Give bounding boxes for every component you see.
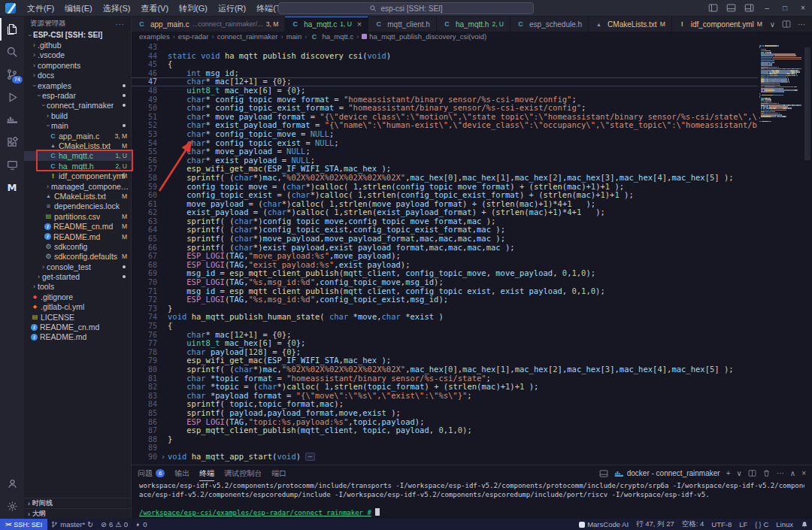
terminal-profile[interactable]: docker - connect_rainmaker [614, 469, 720, 477]
tree-item-app-main-c[interactable]: Capp_main.c3, M [24, 131, 131, 141]
section-item[interactable]: ›大纲 [24, 508, 131, 519]
code-editor[interactable]: 4344static void ha_mqtt_publish_discover… [132, 41, 812, 465]
terminal-dropdown-icon[interactable]: ∨ [737, 469, 742, 477]
tree-item-esp-csi-ssh-sei[interactable]: ›ESP-CSI [SSH: SEI] [24, 30, 131, 40]
section-item[interactable]: ›时间线 [24, 498, 131, 508]
breadcrumb-item-ha-mqtt-c[interactable]: Cha_mqtt.c [310, 32, 353, 41]
activity-search-icon[interactable] [0, 41, 24, 63]
tree-item-sdkconfig-defaults[interactable]: ⚙sdkconfig.defaultsM [24, 252, 131, 262]
tab-ha-mqtt-h[interactable]: Cha_mqtt.h2, U [437, 17, 511, 32]
tree-item-github[interactable]: ›.github [24, 40, 131, 50]
toggle-panel-icon[interactable] [722, 0, 740, 17]
tree-item-get-started[interactable]: ›get-started [24, 271, 131, 281]
tab-esp-schedule-h[interactable]: Cesp_schedule.h [511, 17, 589, 32]
tree-item-tools[interactable]: ›tools [24, 282, 131, 292]
split-terminal-icon[interactable] [748, 469, 756, 477]
tree-item-gitlab-ci-yml[interactable]: ◆.gitlab-ci.yml [24, 302, 131, 312]
terminal-content[interactable]: workspace/esp-idf-v5.2/components/protoc… [132, 481, 812, 519]
activity-source-control-icon[interactable]: 74 [0, 63, 24, 86]
tree-item-cmakelists-txt[interactable]: ▲CMakeLists.txtM [24, 191, 131, 201]
marscode-ai-status[interactable]: MarsCode AI [575, 519, 632, 530]
editor-scrollbar[interactable] [803, 41, 812, 465]
remote-indicator[interactable]: >< SSH: SEI [0, 519, 47, 530]
git-branch[interactable]: master* ↻ [47, 519, 97, 530]
tab-ha-mqtt-c[interactable]: Cha_mqtt.c1, U× [285, 17, 368, 32]
activity-account-icon[interactable] [0, 472, 24, 495]
activity-marscode-icon[interactable]: M [0, 176, 24, 198]
command-center-search[interactable]: esp-csi [SSH: SEI] [278, 2, 534, 14]
menu-s[interactable]: 选择(S) [98, 0, 136, 17]
tree-item-idf-component-yml[interactable]: !idf_component.ymlM [24, 171, 131, 180]
tree-item-connect-rainmaker[interactable]: ›connect_rainmaker [24, 101, 131, 111]
tab-app-main-c[interactable]: Capp_main.c...connect_rainmaker/...3, M [132, 17, 285, 32]
close-button[interactable]: × [794, 0, 812, 17]
kill-terminal-icon[interactable] [762, 469, 771, 477]
problems-status[interactable]: ⊘6 ⚠0 [97, 519, 132, 530]
tree-item-partitions-csv[interactable]: ▤partitions.csvM [24, 211, 131, 221]
menu-e[interactable]: 编辑(E) [59, 0, 98, 17]
fold-icon[interactable]: › [161, 453, 165, 462]
menu-v[interactable]: 查看(V) [135, 0, 174, 17]
tree-item-dependencies-lock[interactable]: ≡dependencies.lock [24, 201, 131, 211]
tree-item-ha-mqtt-h[interactable]: Cha_mqtt.h2, U [24, 161, 131, 171]
menu-r[interactable]: 运行(R) [213, 0, 251, 17]
breadcrumb-item-ha-mqtt-publish-discovery-csi-void[interactable]: ha_mqtt_publish_discovery_csi(void) [362, 32, 486, 41]
tree-item-managed-components[interactable]: ›managed_components [24, 181, 131, 191]
tree-item-readme-md[interactable]: iREADME.md [24, 332, 131, 342]
breadcrumb-item-main[interactable]: main [286, 32, 302, 41]
activity-docker-icon[interactable] [0, 108, 24, 131]
tree-item-examples[interactable]: ›examples [24, 80, 131, 90]
tree-item-esp-radar[interactable]: ›esp-radar [24, 90, 131, 100]
split-editor-icon[interactable] [782, 20, 791, 29]
cursor-position[interactable]: 行 47, 列 27 [632, 519, 678, 530]
tree-item-readme-md[interactable]: iREADME.mdM [24, 232, 131, 241]
explorer-more-actions-icon[interactable]: ··· [116, 20, 126, 28]
panel-more-actions-icon[interactable]: ··· [777, 469, 784, 477]
menu-g[interactable]: 转到(G) [174, 0, 213, 17]
customize-layout-icon[interactable] [740, 0, 758, 17]
encoding[interactable]: UTF-8 [707, 519, 735, 530]
panel-tab-item[interactable]: 端口 [271, 465, 286, 481]
activity-settings-icon[interactable] [0, 495, 24, 517]
panel-tab-item[interactable]: 终端 [199, 465, 214, 481]
menu-f[interactable]: 文件(F) [22, 0, 59, 17]
os-indicator[interactable]: Linux [772, 519, 797, 530]
close-panel-icon[interactable]: × [801, 469, 806, 477]
breadcrumb-item-esp-radar[interactable]: esp-radar [178, 32, 209, 41]
panel-tab-item[interactable]: 问题6 [138, 465, 165, 481]
tree-item-ha-mqtt-c[interactable]: Cha_mqtt.c1, U [24, 151, 131, 161]
tree-item-license[interactable]: ▤LICENSE [24, 312, 131, 322]
tree-item-build[interactable]: ›build [24, 111, 131, 120]
tab-cmakelists-txt[interactable]: ▲CMakeLists.txtM [589, 17, 672, 32]
minimize-button[interactable]: – [758, 0, 776, 17]
close-tab-icon[interactable]: × [357, 20, 362, 29]
activity-run-debug-icon[interactable] [0, 86, 24, 108]
tree-item-sdkconfig[interactable]: ⚙sdkconfig [24, 241, 131, 251]
tree-item-docs[interactable]: ›docs [24, 71, 131, 80]
language-mode[interactable]: { }C [751, 519, 772, 530]
maximize-panel-icon[interactable]: ∧ [790, 469, 795, 477]
tree-item-cmakelists-txt[interactable]: ▲CMakeLists.txtM [24, 141, 131, 150]
tree-item-readme-cn-md[interactable]: iREADME_cn.md [24, 322, 131, 332]
tab-idf-component-yml[interactable]: !idf_component.ymlM [672, 17, 763, 32]
tree-item-console-test[interactable]: ›console_test [24, 262, 131, 271]
indentation[interactable]: 空格: 4 [678, 519, 708, 530]
panel-layout-icon[interactable] [599, 469, 608, 478]
panel-tab-item[interactable]: 调试控制台 [224, 465, 262, 481]
tree-item-gitignore[interactable]: ◆.gitignore [24, 292, 131, 301]
folded-code-ellipsis[interactable]: ⋯ [305, 453, 315, 461]
editor-more-actions-icon[interactable]: ··· [798, 20, 805, 29]
tab-mqtt-client-h[interactable]: Cmqtt_client.h [368, 17, 437, 32]
tree-item-main[interactable]: ›main [24, 121, 131, 131]
notifications-bell[interactable] [797, 519, 812, 530]
maximize-button[interactable]: □ [776, 0, 794, 17]
panel-tab-item[interactable]: 输出 [174, 465, 189, 481]
ports-status[interactable]: 0 [132, 519, 150, 530]
run-dropdown-icon[interactable]: ∨ [770, 20, 775, 29]
eol-selector[interactable]: LF [735, 519, 751, 530]
tree-item-components[interactable]: ›components [24, 60, 131, 70]
activity-extensions-icon[interactable] [0, 131, 24, 153]
minimap[interactable] [759, 44, 802, 123]
tree-item-readme-cn-md[interactable]: iREADME_cn.mdM [24, 221, 131, 231]
activity-explorer-icon[interactable] [0, 18, 24, 41]
